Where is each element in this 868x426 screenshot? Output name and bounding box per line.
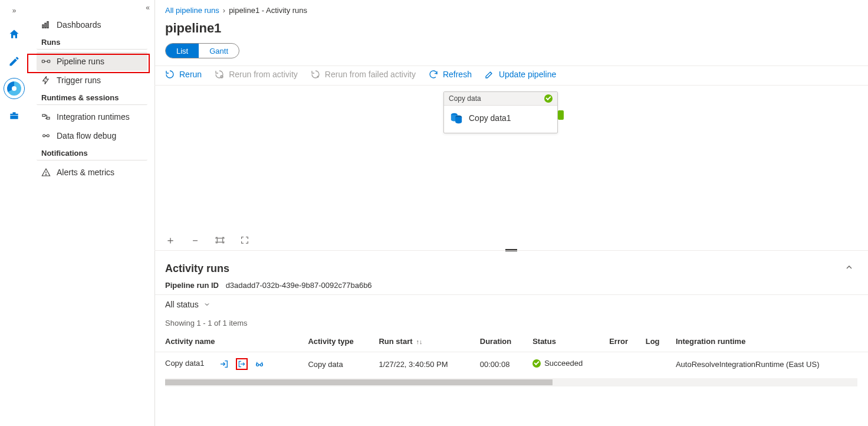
svg-rect-1 bbox=[45, 23, 46, 28]
cell-run-start: 1/27/22, 3:40:50 PM bbox=[374, 352, 475, 376]
col-run-start[interactable]: Run start↑↓ bbox=[374, 331, 475, 352]
canvas-tools: ＋ － bbox=[165, 235, 250, 245]
sidebar-group-runtimes: Runtimes & sessions bbox=[37, 93, 147, 105]
svg-point-8 bbox=[47, 135, 49, 137]
rerun-button[interactable]: Rerun bbox=[165, 70, 202, 79]
collapse-panel-icon[interactable]: « bbox=[146, 4, 150, 12]
output-details-icon[interactable] bbox=[236, 358, 248, 370]
table-row[interactable]: Copy data1 Copy data 1/27/22, 3:40:50 PM… bbox=[154, 352, 868, 376]
pipeline-run-id-label: Pipeline run ID bbox=[165, 281, 219, 290]
monitor-side-panel: « Dashboards Runs Pipeline runs Trigger … bbox=[28, 0, 154, 426]
svg-rect-4 bbox=[48, 60, 50, 63]
node-type-label: Copy data bbox=[449, 94, 481, 103]
view-toggle-list[interactable]: List bbox=[166, 44, 199, 58]
fullscreen-icon[interactable] bbox=[239, 235, 250, 245]
details-glasses-icon[interactable] bbox=[254, 358, 265, 370]
pipeline-canvas[interactable]: Copy data Copy data1 ＋ － bbox=[154, 85, 868, 250]
success-connector-icon bbox=[558, 110, 564, 120]
activity-node-copy-data[interactable]: Copy data Copy data1 bbox=[443, 91, 558, 133]
results-count: Showing 1 - 1 of 1 items bbox=[154, 314, 868, 331]
toolbar-label: Rerun from failed activity bbox=[325, 70, 416, 79]
svg-point-9 bbox=[45, 174, 46, 175]
main-content: All pipeline runs › pipeline1 - Activity… bbox=[154, 0, 868, 426]
collapse-section-icon[interactable] bbox=[844, 263, 854, 274]
status-label: Succeeded bbox=[544, 359, 583, 368]
activity-runs-section: Activity runs Pipeline run ID d3adadd7-0… bbox=[154, 250, 868, 294]
sidebar-group-notifications: Notifications bbox=[37, 149, 147, 160]
left-rail: » bbox=[0, 0, 28, 426]
toolbar-label: Rerun bbox=[179, 70, 202, 79]
breadcrumb-current: pipeline1 - Activity runs bbox=[229, 6, 307, 15]
pipeline-run-id-value: d3adadd7-032b-439e-9b87-0092c77ba6b6 bbox=[226, 281, 372, 290]
col-integration-runtime[interactable]: Integration runtime bbox=[671, 331, 868, 352]
col-log[interactable]: Log bbox=[641, 331, 671, 352]
sidebar-label: Pipeline runs bbox=[57, 57, 104, 66]
view-toggle: List Gantt bbox=[165, 43, 239, 58]
cell-status: Succeeded bbox=[532, 359, 583, 368]
sidebar-label: Data flow debug bbox=[57, 131, 116, 140]
status-filter-dropdown[interactable]: All status bbox=[165, 300, 211, 309]
toolbox-icon[interactable] bbox=[4, 105, 25, 126]
home-icon[interactable] bbox=[4, 24, 25, 45]
svg-rect-13 bbox=[217, 238, 222, 243]
toolbar-label: Update pipeline bbox=[499, 70, 556, 79]
input-details-icon[interactable] bbox=[218, 358, 230, 370]
expand-rail-icon[interactable]: » bbox=[5, 4, 24, 18]
sidebar-item-alerts-metrics[interactable]: Alerts & metrics bbox=[37, 163, 147, 182]
svg-rect-6 bbox=[47, 117, 50, 119]
col-error[interactable]: Error bbox=[604, 331, 641, 352]
cell-error bbox=[604, 352, 641, 376]
success-check-icon bbox=[544, 94, 553, 103]
col-activity-name[interactable]: Activity name bbox=[154, 331, 303, 352]
page-title: pipeline1 bbox=[154, 15, 868, 43]
sidebar-item-pipeline-runs[interactable]: Pipeline runs bbox=[37, 52, 147, 71]
update-pipeline-button[interactable]: Update pipeline bbox=[485, 70, 556, 79]
svg-rect-3 bbox=[42, 60, 44, 63]
cell-duration: 00:00:08 bbox=[475, 352, 528, 376]
author-pencil-icon[interactable] bbox=[4, 51, 25, 72]
col-activity-type[interactable]: Activity type bbox=[303, 331, 374, 352]
view-toggle-gantt[interactable]: Gantt bbox=[199, 44, 239, 58]
sidebar-item-dashboards[interactable]: Dashboards bbox=[37, 15, 147, 34]
toolbar-label: Rerun from activity bbox=[229, 70, 298, 79]
sidebar-label: Alerts & metrics bbox=[57, 168, 114, 177]
activity-runs-table: Activity name Activity type Run start↑↓ … bbox=[154, 331, 868, 376]
chevron-right-icon: › bbox=[223, 6, 225, 15]
database-icon bbox=[450, 112, 463, 124]
rerun-from-activity-button: Rerun from activity bbox=[215, 70, 298, 79]
cell-activity-name: Copy data1 bbox=[165, 359, 205, 368]
refresh-button[interactable]: Refresh bbox=[429, 70, 472, 79]
sidebar-label: Integration runtimes bbox=[57, 112, 130, 122]
zoom-fit-icon[interactable] bbox=[215, 235, 225, 245]
sidebar-item-integration-runtimes[interactable]: Integration runtimes bbox=[37, 107, 147, 126]
filter-bar: All status bbox=[154, 294, 868, 314]
col-label: Run start bbox=[379, 337, 412, 346]
cell-log bbox=[641, 352, 671, 376]
breadcrumb: All pipeline runs › pipeline1 - Activity… bbox=[154, 0, 868, 15]
svg-rect-2 bbox=[47, 22, 48, 28]
sidebar-item-data-flow-debug[interactable]: Data flow debug bbox=[37, 126, 147, 145]
svg-rect-5 bbox=[42, 114, 45, 116]
toolbar-label: Refresh bbox=[443, 70, 472, 79]
cell-activity-type: Copy data bbox=[303, 352, 374, 376]
zoom-out-icon[interactable]: － bbox=[190, 235, 200, 245]
cell-integration-runtime: AutoResolveIntegrationRuntime (East US) bbox=[671, 352, 868, 376]
col-status[interactable]: Status bbox=[528, 331, 604, 352]
sidebar-label: Dashboards bbox=[57, 20, 101, 30]
col-duration[interactable]: Duration bbox=[475, 331, 528, 352]
action-toolbar: Rerun Rerun from activity Rerun from fai… bbox=[154, 65, 868, 85]
sidebar-label: Trigger runs bbox=[57, 76, 101, 85]
sidebar-group-runs: Runs bbox=[37, 38, 147, 50]
svg-point-7 bbox=[43, 135, 45, 137]
node-name-label: Copy data1 bbox=[469, 113, 511, 123]
rerun-from-failed-button: Rerun from failed activity bbox=[311, 70, 416, 79]
status-filter-label: All status bbox=[165, 300, 199, 309]
monitor-gauge-icon[interactable] bbox=[4, 78, 25, 99]
breadcrumb-root-link[interactable]: All pipeline runs bbox=[165, 6, 219, 15]
horizontal-scrollbar[interactable] bbox=[165, 378, 857, 386]
activity-runs-heading: Activity runs bbox=[165, 263, 857, 275]
scrollbar-thumb[interactable] bbox=[165, 379, 553, 385]
success-check-icon bbox=[532, 359, 541, 368]
zoom-in-icon[interactable]: ＋ bbox=[165, 235, 176, 245]
sidebar-item-trigger-runs[interactable]: Trigger runs bbox=[37, 71, 147, 90]
